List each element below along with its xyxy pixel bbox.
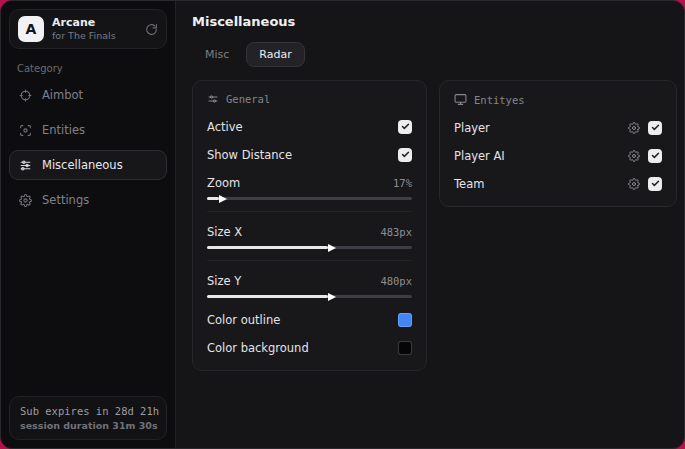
setting-label: Color outline bbox=[207, 313, 280, 327]
panels-row: General Active Show Distance Zoom bbox=[192, 80, 677, 371]
monitor-icon bbox=[454, 93, 467, 106]
zoom-value: 17% bbox=[393, 177, 412, 189]
gear-icon[interactable] bbox=[628, 178, 640, 190]
sidebar-item-label: Settings bbox=[42, 193, 89, 207]
entity-label: Player bbox=[454, 121, 490, 135]
sidebar-item-entities[interactable]: Entities bbox=[9, 115, 167, 145]
gear-icon[interactable] bbox=[628, 150, 640, 162]
main-content: Miscellaneous Misc Radar General bbox=[176, 1, 685, 448]
sidebar-item-miscellaneous[interactable]: Miscellaneous bbox=[9, 150, 167, 180]
slider-thumb[interactable] bbox=[328, 293, 336, 301]
sliders-icon bbox=[207, 93, 219, 105]
entity-row-player-ai: Player AI bbox=[454, 145, 662, 166]
setting-label: Size Y bbox=[207, 274, 241, 288]
setting-row-show-distance: Show Distance bbox=[207, 144, 412, 165]
check-icon bbox=[401, 150, 410, 159]
sidebar: A Arcane for The Finals Category bbox=[1, 1, 176, 448]
entities-panel: Entityes Player bbox=[439, 80, 677, 207]
player-ai-checkbox[interactable] bbox=[648, 149, 662, 163]
sidebar-item-label: Miscellaneous bbox=[42, 158, 123, 172]
setting-label: Color background bbox=[207, 341, 309, 355]
show-distance-checkbox[interactable] bbox=[398, 148, 412, 162]
check-icon bbox=[401, 122, 410, 131]
sidebar-item-settings[interactable]: Settings bbox=[9, 185, 167, 215]
general-panel-header: General bbox=[207, 93, 412, 105]
size-x-slider[interactable] bbox=[207, 246, 412, 249]
session-duration-text: session duration 31m 30s bbox=[20, 420, 156, 431]
setting-label: Size X bbox=[207, 225, 242, 239]
setting-row-color-outline: Color outline bbox=[207, 309, 412, 330]
tab-misc[interactable]: Misc bbox=[192, 42, 242, 67]
check-icon bbox=[651, 179, 660, 188]
category-label: Category bbox=[17, 63, 167, 74]
general-panel: General Active Show Distance Zoom bbox=[192, 80, 427, 371]
setting-row-active: Active bbox=[207, 116, 412, 137]
page-title: Miscellaneous bbox=[192, 14, 677, 29]
setting-row-size-y: Size Y 480px bbox=[207, 270, 412, 291]
size-x-section: Size X 483px bbox=[207, 211, 412, 249]
check-icon bbox=[651, 123, 660, 132]
app-window: A Arcane for The Finals Category bbox=[0, 0, 685, 449]
sidebar-nav: Aimbot Entities bbox=[9, 80, 167, 215]
subscription-card: Sub expires in 28d 21h session duration … bbox=[9, 396, 167, 440]
size-y-section: Size Y 480px bbox=[207, 260, 412, 298]
gear-icon bbox=[19, 194, 32, 207]
sub-expiry-text: Sub expires in 28d 21h bbox=[20, 405, 156, 417]
scan-icon bbox=[19, 124, 32, 137]
app-title: Arcane bbox=[52, 16, 116, 30]
tab-radar[interactable]: Radar bbox=[246, 42, 304, 67]
entities-panel-title: Entityes bbox=[474, 94, 525, 106]
entity-label: Team bbox=[454, 177, 484, 191]
sliders-icon bbox=[19, 159, 32, 172]
size-x-value: 483px bbox=[380, 226, 412, 238]
app-meta: Arcane for The Finals bbox=[52, 16, 116, 42]
entity-label: Player AI bbox=[454, 149, 505, 163]
general-panel-title: General bbox=[226, 93, 270, 105]
setting-label: Active bbox=[207, 120, 243, 134]
color-outline-swatch[interactable] bbox=[398, 313, 412, 327]
entities-panel-header: Entityes bbox=[454, 93, 662, 106]
entity-row-player: Player bbox=[454, 117, 662, 138]
slider-thumb[interactable] bbox=[328, 244, 336, 252]
sync-icon[interactable] bbox=[145, 23, 158, 36]
sidebar-item-aimbot[interactable]: Aimbot bbox=[9, 80, 167, 110]
gear-icon[interactable] bbox=[628, 122, 640, 134]
app-subtitle: for The Finals bbox=[52, 30, 116, 42]
slider-thumb[interactable] bbox=[219, 195, 227, 203]
team-checkbox[interactable] bbox=[648, 177, 662, 191]
sidebar-item-label: Entities bbox=[42, 123, 85, 137]
setting-label: Show Distance bbox=[207, 148, 292, 162]
player-checkbox[interactable] bbox=[648, 121, 662, 135]
crosshair-icon bbox=[19, 89, 32, 102]
entity-row-team: Team bbox=[454, 173, 662, 194]
setting-row-color-background: Color background bbox=[207, 337, 412, 358]
setting-row-size-x: Size X 483px bbox=[207, 221, 412, 242]
color-background-swatch[interactable] bbox=[398, 341, 412, 355]
app-logo: A bbox=[18, 16, 44, 42]
setting-row-zoom: Zoom 17% bbox=[207, 172, 412, 193]
app-header-card: A Arcane for The Finals bbox=[9, 9, 167, 49]
zoom-slider[interactable] bbox=[207, 197, 412, 200]
active-checkbox[interactable] bbox=[398, 120, 412, 134]
tab-bar: Misc Radar bbox=[192, 42, 677, 67]
setting-label: Zoom bbox=[207, 176, 240, 190]
sidebar-item-label: Aimbot bbox=[42, 88, 83, 102]
size-y-value: 480px bbox=[380, 275, 412, 287]
size-y-slider[interactable] bbox=[207, 295, 412, 298]
check-icon bbox=[651, 151, 660, 160]
